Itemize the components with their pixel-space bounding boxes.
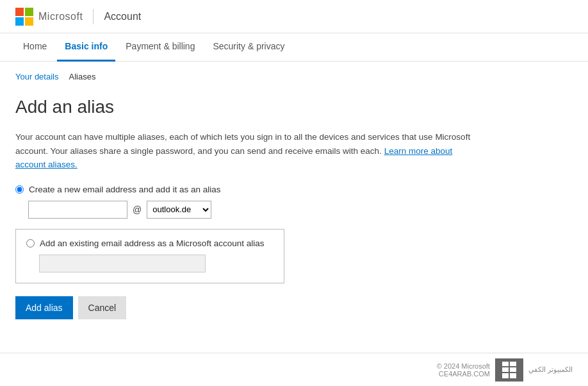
nav-payment-billing[interactable]: Payment & billing [118,33,202,62]
new-email-row: @ outlook.de outlook.com hotmail.com [28,201,497,219]
nav-basic-info[interactable]: Basic info [57,33,115,62]
option2-section: Add an existing email address as a Micro… [15,229,284,283]
page-title: Add an alias [15,97,497,117]
add-alias-button[interactable]: Add alias [15,296,73,319]
header-account-label: Account [104,11,141,22]
breadcrumb: Your details Aliases [0,62,588,87]
header-divider [93,9,94,24]
breadcrumb-current: Aliases [69,72,95,81]
option2-label-text: Add an existing email address as a Micro… [40,239,264,248]
option1-radio-label[interactable]: Create a new email address and add it as… [15,185,497,194]
breadcrumb-parent[interactable]: Your details [15,72,58,81]
logo-text: Microsoft [38,11,83,22]
existing-email-input [39,255,206,273]
cancel-button[interactable]: Cancel [78,296,127,319]
option1-section: Create a new email address and add it as… [15,185,497,219]
option2-radio[interactable] [26,239,35,248]
new-email-input[interactable] [28,201,127,219]
microsoft-logo: Microsoft [15,8,83,26]
logo-grid [15,8,33,26]
option1-radio[interactable] [15,185,24,194]
button-row: Add alias Cancel [15,296,497,319]
main-nav: Home Basic info Payment & billing Securi… [0,33,588,62]
description: Your account can have multiple aliases, … [15,130,477,172]
domain-select[interactable]: outlook.de outlook.com hotmail.com [147,201,211,219]
option2-radio-label[interactable]: Add an existing email address as a Micro… [26,239,274,248]
at-symbol: @ [133,205,142,215]
option1-label-text: Create a new email address and add it as… [29,185,220,194]
main-content: Add an alias Your account can have multi… [0,87,512,335]
nav-home[interactable]: Home [15,33,54,62]
nav-security-privacy[interactable]: Security & privacy [205,33,292,62]
header: Microsoft Account [0,0,588,33]
